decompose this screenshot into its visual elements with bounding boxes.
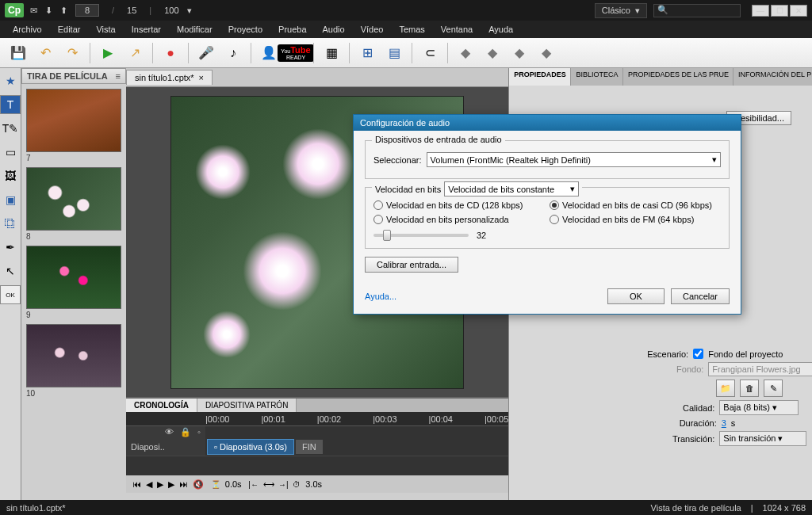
undo-icon[interactable]: ↶ xyxy=(33,42,57,64)
minimize-button[interactable]: — xyxy=(752,5,769,17)
document-tab[interactable]: sin título1.cptx*× xyxy=(126,70,213,85)
radio-custom[interactable]: Velocidad en bits personalizada xyxy=(373,215,545,224)
search-input[interactable]: 🔍 xyxy=(653,4,741,17)
text-hand-tool-icon[interactable]: T✎ xyxy=(0,119,21,138)
menu-temas[interactable]: Temas xyxy=(391,22,432,36)
tl-play-icon[interactable]: ▶ xyxy=(157,479,163,490)
workspace-dropdown[interactable]: Clásico ▾ xyxy=(595,3,647,18)
menubar: Archivo Editar Vista Insertar Modificar … xyxy=(0,21,812,38)
tl-end-icon[interactable]: ⏭ xyxy=(179,479,188,489)
layer4-icon[interactable]: ◆ xyxy=(534,42,558,64)
tab-library[interactable]: BIBLIOTECA xyxy=(571,68,623,86)
radio-near-cd[interactable]: Velocidad en bits de casi CD (96 kbps) xyxy=(550,200,721,210)
pen-tool-icon[interactable]: ✒ xyxy=(0,238,21,257)
timeline-clip[interactable]: ▫ Diapositiva (3.0s) xyxy=(207,439,294,455)
menu-video[interactable]: Vídeo xyxy=(353,22,392,36)
up-icon[interactable]: ⬆ xyxy=(60,6,67,16)
image-tool-icon[interactable]: 🖼 xyxy=(0,166,21,185)
menu-editar[interactable]: Editar xyxy=(50,22,89,36)
help-link[interactable]: Ayuda... xyxy=(365,292,396,301)
lock-icon[interactable]: 🔒 xyxy=(180,427,191,437)
document-tabs: sin título1.cptx*× xyxy=(126,68,508,87)
slides-icon[interactable]: ▦ xyxy=(320,42,343,64)
close-tab-icon[interactable]: × xyxy=(199,73,204,82)
record-icon[interactable]: ● xyxy=(159,42,182,64)
timeline-ruler[interactable]: |00:00|00:01|00:02|00:03|00:04|00:05 xyxy=(126,412,508,426)
crop-tool-icon[interactable]: ▣ xyxy=(0,190,21,209)
radio-fm[interactable]: Velocidad en bits de FM (64 kbps) xyxy=(550,215,721,224)
menu-audio[interactable]: Audio xyxy=(315,22,353,36)
menu-ayuda[interactable]: Ayuda xyxy=(481,22,521,36)
thumb-10[interactable]: 10 xyxy=(26,324,121,398)
timeline-panel: CRONOLOGÍA DIAPOSITIVA PATRÓN |00:00|00:… xyxy=(126,397,508,500)
timeline-tab[interactable]: CRONOLOGÍA xyxy=(126,399,197,412)
tab-project-info[interactable]: INFORMACIÓN DEL PROYEC xyxy=(733,68,812,86)
bitrate-slider[interactable] xyxy=(373,234,469,237)
input-devices-label: Dispositivos de entrada de audio xyxy=(372,135,505,144)
page-total: 15 xyxy=(127,6,136,15)
folder-icon[interactable]: 📁 xyxy=(716,380,735,397)
cancel-button[interactable]: Cancelar xyxy=(671,288,730,304)
trash-icon[interactable]: 🗑 xyxy=(740,380,759,397)
tab-properties[interactable]: PROPIEDADES xyxy=(509,68,571,86)
transicion-dropdown[interactable]: Sin transición ▾ xyxy=(719,431,806,446)
music-icon[interactable]: ♪ xyxy=(221,42,245,64)
redo-icon[interactable]: ↷ xyxy=(60,42,84,64)
menu-proyecto[interactable]: Proyecto xyxy=(220,22,270,36)
maximize-button[interactable]: ☐ xyxy=(771,5,788,17)
tl-next-icon[interactable]: ▶ xyxy=(168,479,174,490)
ok-button[interactable]: OK xyxy=(0,285,21,304)
tab-quiz-props[interactable]: PROPIEDADES DE LAS PRUE xyxy=(623,68,733,86)
ok-button[interactable]: OK xyxy=(607,288,665,304)
rect-tool-icon[interactable]: ▭ xyxy=(0,143,21,162)
input-device-dropdown[interactable]: Volumen (FrontMic (Realtek High Definiti… xyxy=(427,152,721,167)
save-icon[interactable]: 💾 xyxy=(6,42,30,64)
export-icon[interactable]: ↗ xyxy=(123,42,147,64)
radio-cd[interactable]: Velocidad en bits de CD (128 kbps) xyxy=(373,200,545,210)
youtube-button[interactable]: YouTubeREADY xyxy=(284,42,308,64)
audio-config-dialog: Configuración de audio Dispositivos de e… xyxy=(353,114,741,315)
play-icon[interactable]: ▶ xyxy=(96,42,120,64)
bitrate-mode-dropdown[interactable]: Velocidad de bits constante▾ xyxy=(444,181,579,196)
select-label: Seleccionar: xyxy=(373,155,422,165)
transicion-label: Transición: xyxy=(672,434,714,444)
duracion-value[interactable]: 3 xyxy=(722,418,726,428)
pointer-tool-icon[interactable]: ↖ xyxy=(0,261,21,280)
menu-modificar[interactable]: Modificar xyxy=(169,22,220,36)
mail-icon[interactable]: ✉ xyxy=(30,6,37,16)
tl-prev-icon[interactable]: ◀ xyxy=(146,479,152,490)
eye-icon[interactable]: 👁 xyxy=(165,427,174,437)
layer1-icon[interactable]: ◆ xyxy=(454,42,477,64)
thumb-8[interactable]: 8 xyxy=(26,167,121,241)
status-view: Vista de tira de película xyxy=(651,503,741,513)
thumb-9[interactable]: 9 xyxy=(26,246,121,319)
menu-archivo[interactable]: Archivo xyxy=(5,22,50,36)
chevron-down-icon[interactable]: ▾ xyxy=(187,6,192,16)
download-icon[interactable]: ⬇ xyxy=(45,6,52,16)
star-tool-icon[interactable]: ★ xyxy=(0,71,21,90)
master-slide-tab[interactable]: DIAPOSITIVA PATRÓN xyxy=(197,399,297,412)
grid1-icon[interactable]: ⊞ xyxy=(355,42,379,64)
timeline-track[interactable]: Diaposi.. ▫ Diapositiva (3.0s) FIN xyxy=(126,437,508,456)
layer3-icon[interactable]: ◆ xyxy=(508,42,531,64)
menu-vista[interactable]: Vista xyxy=(88,22,123,36)
mic-icon[interactable]: 🎤 xyxy=(194,42,218,64)
tl-sound-icon[interactable]: 🔇 xyxy=(193,479,204,490)
thumb-7[interactable]: 7 xyxy=(26,89,121,162)
tl-rewind-icon[interactable]: ⏮ xyxy=(132,479,141,489)
zoom-value[interactable]: 100 xyxy=(164,6,178,15)
menu-ventana[interactable]: Ventana xyxy=(433,22,481,36)
menu-insertar[interactable]: Insertar xyxy=(124,22,169,36)
text-tool-icon[interactable]: T xyxy=(0,95,21,114)
escenario-checkbox[interactable] xyxy=(693,349,703,359)
layer2-icon[interactable]: ◆ xyxy=(481,42,504,64)
copy-tool-icon[interactable]: ⿻ xyxy=(0,214,21,233)
menu-prueba[interactable]: Prueba xyxy=(270,22,314,36)
page-current-input[interactable] xyxy=(75,4,99,17)
calibrate-button[interactable]: Calibrar entrada... xyxy=(365,257,458,273)
close-button[interactable]: ✕ xyxy=(790,5,807,17)
grid2-icon[interactable]: ▤ xyxy=(382,42,406,64)
snap-icon[interactable]: ⊂ xyxy=(418,42,442,64)
edit-icon[interactable]: ✎ xyxy=(764,380,783,397)
calidad-dropdown[interactable]: Baja (8 bits) ▾ xyxy=(719,400,799,415)
